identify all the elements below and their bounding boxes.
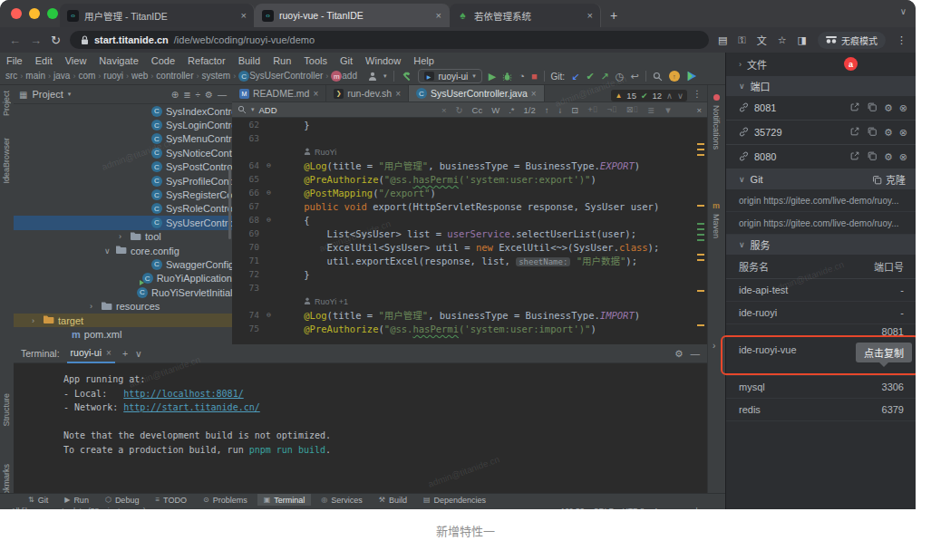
menu-item-tools[interactable]: Tools: [297, 55, 334, 66]
breadcrumb-item[interactable]: CSysUserController: [237, 71, 325, 81]
reload-icon[interactable]: ↻: [51, 34, 61, 47]
select-all-occurrences-icon[interactable]: ⊠⌷: [626, 104, 639, 115]
git-update-icon[interactable]: ↙: [571, 71, 579, 82]
file-encoding[interactable]: UTF-8: [623, 507, 645, 509]
tab-close-icon[interactable]: ×: [436, 10, 441, 21]
service-row[interactable]: mysql3306: [726, 376, 916, 399]
external-link-icon[interactable]: [849, 101, 860, 114]
new-terminal-icon[interactable]: +: [122, 348, 128, 359]
back-icon[interactable]: ←: [9, 34, 21, 47]
avatar-badge[interactable]: a: [844, 57, 858, 71]
menu-item-refactor[interactable]: Refactor: [181, 55, 232, 66]
tree-item-sysrolecontroller[interactable]: CSysRoleController: [14, 202, 232, 216]
tab-close-icon[interactable]: ×: [587, 10, 593, 21]
tree-item-resources[interactable]: ›resources: [14, 299, 232, 313]
fold-marker-icon[interactable]: ⊖: [264, 216, 274, 224]
hide-panel-icon[interactable]: —: [218, 90, 227, 100]
copy-icon[interactable]: [867, 126, 878, 139]
tree-item-sysmenucontroller[interactable]: CSysMenuController: [14, 132, 232, 146]
toolwindow-button-services[interactable]: ◎Services: [315, 494, 369, 506]
menu-item-build[interactable]: Build: [232, 55, 267, 66]
git-commit-icon[interactable]: ✔: [586, 71, 594, 82]
project-panel-title[interactable]: Project: [32, 89, 63, 100]
fold-marker-icon[interactable]: ⊖: [264, 311, 274, 319]
add-occurrence-icon[interactable]: +⌷: [587, 104, 597, 115]
section-ports[interactable]: ∨ 端口: [726, 76, 916, 96]
toolwindow-button-run[interactable]: ▶Run: [58, 494, 95, 506]
menu-item-code[interactable]: Code: [145, 55, 181, 66]
menu-item-navigate[interactable]: Navigate: [92, 55, 144, 66]
section-services[interactable]: ∨ 服务: [726, 235, 916, 255]
multiline-toggle-icon[interactable]: ≣: [647, 105, 655, 115]
breadcrumb-item[interactable]: madd: [329, 71, 359, 81]
side-panel-icon[interactable]: ◨: [798, 34, 807, 46]
service-row[interactable]: redis6379: [726, 399, 916, 421]
copy-icon[interactable]: [867, 101, 878, 114]
close-search-icon[interactable]: ×: [696, 105, 702, 115]
toolwindow-button-build[interactable]: ⚒Build: [373, 494, 413, 506]
build-hammer-icon[interactable]: [401, 71, 412, 82]
macos-minimize-button[interactable]: [29, 8, 40, 19]
tree-item-ruoyiapplication[interactable]: CRuoYiApplication: [14, 272, 232, 285]
toolwindow-maven-button[interactable]: Maven: [712, 214, 721, 238]
next-match-icon[interactable]: ↓: [558, 105, 562, 115]
copy-icon[interactable]: [867, 150, 878, 163]
search-history-icon[interactable]: ↻: [456, 105, 463, 115]
collapse-all-icon[interactable]: ÷: [196, 90, 201, 100]
service-row[interactable]: ide-api-test-: [726, 279, 916, 302]
error-stripe[interactable]: [694, 118, 707, 344]
browser-tab[interactable]: ♠若依管理系统×: [450, 4, 601, 27]
external-link-icon[interactable]: [849, 126, 860, 139]
service-row[interactable]: ide-ruoyi-: [726, 302, 916, 324]
panel-expander-icon[interactable]: ›: [713, 341, 715, 351]
terminal-tab[interactable]: ruoyi-ui×: [67, 343, 115, 363]
user-icon[interactable]: [368, 72, 377, 81]
tree-item-sysindexcontroller[interactable]: CSysIndexController: [14, 104, 232, 118]
tree-item-pom.xml[interactable]: mpom.xml: [14, 327, 232, 341]
menu-item-file[interactable]: File: [0, 55, 29, 66]
rollback-icon[interactable]: ↩: [630, 71, 638, 82]
tree-item-sysprofilecontroller[interactable]: CSysProfileController: [14, 174, 232, 188]
toolwindow-project-button[interactable]: Project: [2, 91, 11, 116]
service-row-highlighted[interactable]: 8081ide-ruoyi-vue点击复制: [726, 324, 916, 376]
exclude-occurrence-icon[interactable]: ¬⌷: [606, 104, 616, 115]
settings-gear-icon[interactable]: ⚙: [884, 103, 893, 113]
filter-icon[interactable]: ▼: [664, 105, 672, 115]
tree-item-sysusercontroller[interactable]: CSysUserController: [14, 216, 232, 229]
tree-item-syslogincontroller[interactable]: CSysLoginController: [14, 118, 232, 131]
toolwindow-button-debug[interactable]: ⬡Debug: [99, 494, 146, 506]
editor-tab-close-icon[interactable]: ×: [395, 89, 401, 99]
browser-tab[interactable]: ‹›用户管理 - TitanIDE×: [60, 4, 255, 27]
toolwindow-button-terminal[interactable]: ▣Terminal: [257, 494, 312, 506]
macos-close-button[interactable]: [11, 8, 22, 19]
search-input[interactable]: ▾ ADD: [238, 105, 432, 115]
tree-item-core.config[interactable]: ∨core.config: [14, 244, 232, 257]
toolwindow-button-dependencies[interactable]: ▤Dependencies: [417, 494, 492, 506]
settings-gear-icon[interactable]: ⚙: [884, 128, 893, 138]
git-push-icon[interactable]: ↗: [601, 71, 609, 82]
new-tab-button[interactable]: +: [610, 8, 617, 23]
chevron-right-icon[interactable]: ›: [119, 232, 126, 241]
breadcrumb-item[interactable]: src: [4, 71, 19, 81]
project-scrollbar[interactable]: [228, 167, 231, 239]
bookmark-star-icon[interactable]: ☆: [778, 34, 787, 46]
menu-item-run[interactable]: Run: [267, 55, 297, 66]
line-ending[interactable]: CRLF: [593, 507, 613, 509]
code-editor[interactable]: 62 }63 RuoYi64⊖ @Log(title = "用户管理", bus…: [232, 118, 707, 344]
editor-tab[interactable]: ❯run-dev.sh×: [326, 85, 409, 101]
section-git[interactable]: ∨ Git 克隆: [726, 169, 916, 189]
close-circle-icon[interactable]: ⊗: [899, 128, 907, 138]
password-key-icon[interactable]: ⚿: [738, 34, 745, 46]
words-toggle[interactable]: W: [491, 105, 499, 115]
terminal-output[interactable]: App running at:- Local: http://localhost…: [14, 363, 707, 457]
run-config-selector[interactable]: ▶ruoyi-ui▾: [418, 69, 482, 83]
editor-tab[interactable]: MREADME.md×: [232, 85, 326, 101]
run-icon[interactable]: ▶: [489, 71, 496, 82]
translate-icon[interactable]: 文: [757, 33, 767, 47]
code-vision-author[interactable]: RuoYi: [232, 145, 707, 159]
breadcrumb-item[interactable]: main: [24, 71, 47, 81]
tab-search-caret-icon[interactable]: ∨: [900, 6, 907, 16]
menu-item-edit[interactable]: Edit: [29, 55, 59, 66]
ide-update-icon[interactable]: ↑: [669, 71, 680, 82]
terminal-tab-close-icon[interactable]: ×: [106, 348, 112, 358]
